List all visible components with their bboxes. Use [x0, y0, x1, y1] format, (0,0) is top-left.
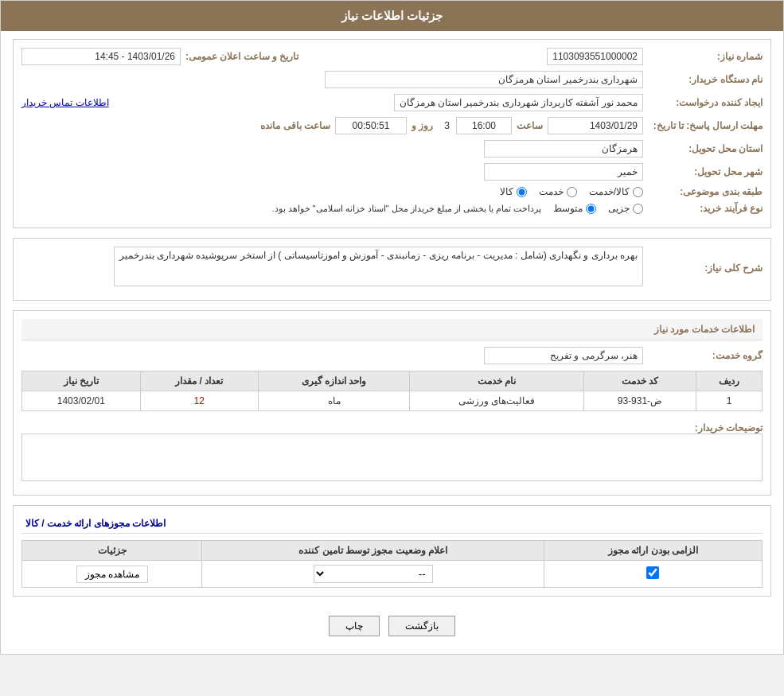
- ostan-label: استان محل تحویل:: [643, 143, 763, 154]
- nam-dastgah-value: شهرداری بندرخمیر استان هرمزگان: [325, 71, 643, 88]
- sharh-section: شرح کلی نیاز: بهره برداری و نگهداری (شام…: [13, 238, 771, 301]
- nooe-farayand-row: نوع فرآیند خرید: جزیی متوسط پرداخت تمام …: [21, 203, 763, 214]
- shomara-label: شماره نیاز:: [643, 51, 763, 62]
- rooz-label: روز و: [412, 120, 433, 131]
- col-vahed: واحد اندازه گیری: [259, 371, 410, 391]
- mohlat-label: مهلت ارسال پاسخ: تا تاریخ:: [643, 120, 763, 131]
- perm-joziyat-cell: مشاهده مجوز: [22, 561, 202, 588]
- perm-elzami-checkbox[interactable]: [646, 566, 659, 579]
- sharh-value: بهره برداری و نگهداری (شامل : مدیریت - ب…: [114, 247, 643, 286]
- cell-kod: ض-931-93: [583, 391, 696, 411]
- shomara-value: 1103093551000002: [547, 48, 643, 65]
- ijad-konande-value: محمد نور آشفته کاربرداز شهرداری بندرخمیر…: [394, 94, 643, 111]
- services-table: ردیف کد خدمت نام خدمت واحد اندازه گیری ت…: [21, 371, 763, 411]
- cell-tedad: 12: [140, 391, 258, 411]
- print-button[interactable]: چاپ: [329, 616, 380, 636]
- permissions-section-title: اطلاعات مجوزهای ارائه خدمت / کالا: [21, 514, 763, 534]
- mohlat-row: مهلت ارسال پاسخ: تا تاریخ: 1403/01/29 سا…: [21, 117, 763, 134]
- radio-motawaset-input[interactable]: [586, 204, 596, 214]
- nam-dastgah-label: نام دستگاه خریدار:: [643, 74, 763, 85]
- shomara-row: شماره نیاز: 1103093551000002 تاریخ و ساع…: [21, 48, 763, 65]
- radio-kala-input[interactable]: [517, 187, 527, 197]
- tawzeehat-row: توضیحات خریدار:: [21, 419, 763, 481]
- page-header: جزئیات اطلاعات نیاز: [1, 1, 783, 31]
- show-permit-button[interactable]: مشاهده مجوز: [76, 566, 148, 583]
- page-title: جزئیات اطلاعات نیاز: [341, 9, 443, 22]
- col-tarikh: تاریخ نیاز: [22, 371, 141, 391]
- tabaqe-row: طبقه بندی موضوعی: کالا/خدمت خدمت کالا: [21, 186, 763, 197]
- cell-naam: فعالیت‌های ورزشی: [410, 391, 583, 411]
- radio-kala-khadamat-label: کالا/خدمت: [589, 186, 630, 197]
- col-naam: نام خدمت: [410, 371, 583, 391]
- ijad-konande-row: ایجاد کننده درخواست: محمد نور آشفته کارب…: [21, 94, 763, 111]
- rooz-value: 3: [444, 120, 450, 131]
- nooe-farayand-label: نوع فرآیند خرید:: [643, 203, 763, 214]
- baqi-mande-label: ساعت باقی مانده: [260, 120, 330, 131]
- permissions-section: اطلاعات مجوزهای ارائه خدمت / کالا الزامی…: [13, 505, 771, 597]
- radio-khadamat-label: خدمت: [539, 186, 564, 197]
- tabaqe-label: طبقه بندی موضوعی:: [643, 186, 763, 197]
- shahr-row: شهر محل تحویل: خمیر: [21, 163, 763, 181]
- nooe-farayand-group: جزیی متوسط: [553, 203, 643, 214]
- tarikh-elan-value: 1403/01/26 - 14:45: [21, 48, 181, 65]
- radio-jozi[interactable]: جزیی: [608, 203, 643, 214]
- radio-jozi-input[interactable]: [633, 204, 643, 214]
- radio-kala-khadamat[interactable]: کالا/خدمت: [589, 186, 643, 197]
- tabaqe-radio-group: کالا/خدمت خدمت کالا: [500, 186, 643, 197]
- radio-kala-khadamat-input[interactable]: [633, 187, 643, 197]
- tawzeehat-label: توضیحات خریدار:: [643, 419, 763, 434]
- back-button[interactable]: بازگشت: [388, 616, 455, 636]
- grooh-row: گروه خدمت: هنر، سرگرمی و تفریح: [21, 347, 763, 364]
- khadamat-section: اطلاعات خدمات مورد نیاز گروه خدمت: هنر، …: [13, 310, 771, 496]
- ostan-value: هرمزگان: [484, 140, 643, 157]
- main-form-section: شماره نیاز: 1103093551000002 تاریخ و ساع…: [13, 39, 771, 228]
- saat-label: ساعت: [517, 120, 543, 131]
- perm-row: -- مشاهده مجوز: [22, 561, 763, 588]
- khadamat-section-title: اطلاعات خدمات مورد نیاز: [21, 319, 763, 340]
- ijad-konande-label: ایجاد کننده درخواست:: [643, 97, 763, 108]
- grooh-label: گروه خدمت:: [643, 350, 763, 361]
- perm-elzami-cell: [544, 561, 762, 588]
- button-row: بازگشت چاپ: [13, 606, 771, 646]
- cell-radif: 1: [696, 391, 763, 411]
- main-content: شماره نیاز: 1103093551000002 تاریخ و ساع…: [1, 31, 783, 654]
- nam-dastgah-row: نام دستگاه خریدار: شهرداری بندرخمیر استا…: [21, 71, 763, 88]
- services-row: 1 ض-931-93 فعالیت‌های ورزشی ماه 12 1403/…: [22, 391, 763, 411]
- perm-alam-select[interactable]: --: [314, 565, 433, 583]
- ettelaat-tamas-link[interactable]: اطلاعات تماس خریدار: [21, 97, 109, 108]
- permissions-table: الزامی بودن ارائه مجوز اعلام وضعیت مجوز …: [21, 540, 763, 588]
- saat-value: 16:00: [456, 117, 512, 134]
- radio-motawaset-label: متوسط: [553, 203, 583, 214]
- radio-kala[interactable]: کالا: [500, 186, 527, 197]
- radio-khadamat[interactable]: خدمت: [539, 186, 577, 197]
- perm-col-elzami: الزامی بودن ارائه مجوز: [544, 541, 762, 561]
- col-kod: کد خدمت: [583, 371, 696, 391]
- perm-alam-cell: --: [202, 561, 544, 588]
- radio-jozi-label: جزیی: [608, 203, 630, 214]
- sharh-row: شرح کلی نیاز: بهره برداری و نگهداری (شام…: [21, 247, 763, 286]
- countdown-value: 00:50:51: [335, 117, 407, 134]
- cell-vahed: ماه: [259, 391, 410, 411]
- nooe-farayand-note: پرداخت تمام یا بخشی از مبلغ خریداز محل "…: [271, 204, 541, 214]
- perm-col-joziyat: جزئیات: [22, 541, 202, 561]
- cell-tarikh: 1403/02/01: [22, 391, 141, 411]
- sharh-label: شرح کلی نیاز:: [643, 259, 763, 274]
- grooh-value: هنر، سرگرمی و تفریح: [484, 347, 643, 364]
- col-tedad: تعداد / مقدار: [140, 371, 258, 391]
- perm-col-alam: اعلام وضعیت مجوز توسط تامین کننده: [202, 541, 544, 561]
- radio-motawaset[interactable]: متوسط: [553, 203, 596, 214]
- ostan-row: استان محل تحویل: هرمزگان: [21, 140, 763, 157]
- tawzeehat-textarea[interactable]: [21, 434, 763, 481]
- col-radif: ردیف: [696, 371, 763, 391]
- shahr-label: شهر محل تحویل:: [643, 166, 763, 177]
- radio-khadamat-input[interactable]: [567, 187, 577, 197]
- shahr-value: خمیر: [484, 163, 643, 181]
- tarikh-mohlat-value: 1403/01/29: [548, 117, 643, 134]
- tarikh-elan-label: تاریخ و ساعت اعلان عمومی:: [185, 51, 298, 62]
- page-wrapper: جزئیات اطلاعات نیاز شماره نیاز: 11030935…: [0, 0, 784, 655]
- radio-kala-label: کالا: [500, 186, 513, 197]
